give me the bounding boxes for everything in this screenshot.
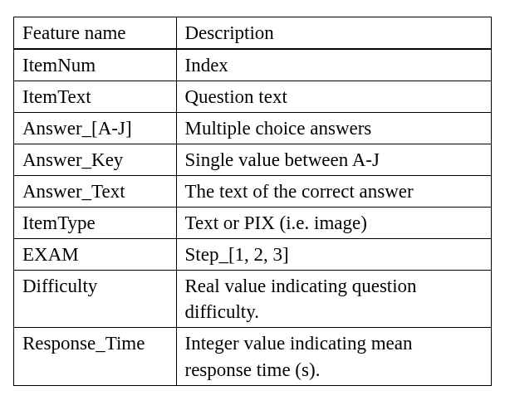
cell-feature: ItemNum <box>14 49 177 81</box>
table-row: ItemType Text or PIX (i.e. image) <box>14 208 492 239</box>
table-row: Answer_Text The text of the correct answ… <box>14 176 492 208</box>
cell-description: Multiple choice answers <box>176 113 492 144</box>
table-row: ItemNum Index <box>14 49 492 81</box>
cell-description: Single value between A-J <box>176 144 492 176</box>
cell-feature: ItemText <box>14 81 177 113</box>
cell-feature: ItemType <box>14 208 177 239</box>
cell-description: Real value indicating question difficult… <box>176 271 492 328</box>
cell-feature: Answer_[A-J] <box>14 113 177 144</box>
cell-feature: Response_Time <box>14 328 177 385</box>
cell-feature: Difficulty <box>14 271 177 328</box>
cell-description: Question text <box>176 81 492 113</box>
table-header-row: Feature name Description <box>14 17 492 50</box>
table-row: Answer_Key Single value between A-J <box>14 144 492 176</box>
table-row: EXAM Step_[1, 2, 3] <box>14 239 492 271</box>
cell-description: Text or PIX (i.e. image) <box>176 208 492 239</box>
table-row: Answer_[A-J] Multiple choice answers <box>14 113 492 144</box>
table-row: Response_Time Integer value indicating m… <box>14 328 492 385</box>
cell-description: Step_[1, 2, 3] <box>176 239 492 271</box>
header-description: Description <box>176 17 492 50</box>
header-feature-name: Feature name <box>14 17 177 50</box>
cell-description: Integer value indicating mean response t… <box>176 328 492 385</box>
cell-feature: EXAM <box>14 239 177 271</box>
table-row: Difficulty Real value indicating questio… <box>14 271 492 328</box>
cell-feature: Answer_Key <box>14 144 177 176</box>
cell-feature: Answer_Text <box>14 176 177 208</box>
features-table: Feature name Description ItemNum Index I… <box>13 17 492 386</box>
cell-description: Index <box>176 49 492 81</box>
table-row: ItemText Question text <box>14 81 492 113</box>
cell-description: The text of the correct answer <box>176 176 492 208</box>
